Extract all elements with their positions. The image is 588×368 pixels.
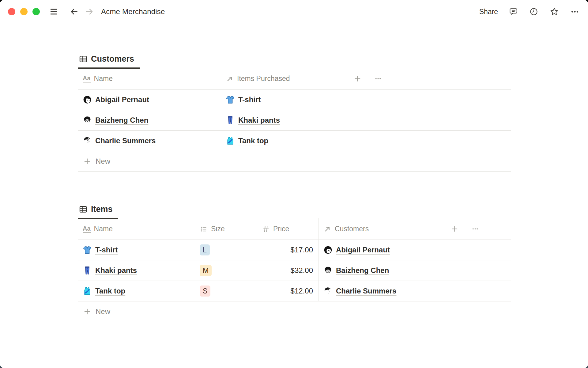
size-badge[interactable]: S [200, 286, 210, 297]
item-page-link[interactable]: T-shirt [238, 95, 261, 104]
customer-relation-cell[interactable]: Abigail Pernaut [318, 240, 442, 260]
column-header-name[interactable]: Aa Name [78, 68, 221, 90]
customer-relation-cell[interactable]: Baizheng Chen [318, 260, 442, 281]
items-purchased-cell[interactable]: Khaki pants [221, 110, 345, 131]
items-view-tabs: Items [78, 202, 511, 218]
size-cell[interactable]: M [195, 260, 257, 281]
column-label: Name [94, 75, 113, 83]
empty-cell [345, 131, 511, 151]
table-row: Baizheng Chen Khaki pants [78, 110, 511, 131]
pants-icon [226, 116, 235, 125]
tshirt-icon [83, 245, 92, 255]
column-label: Size [211, 225, 225, 233]
app-window: Acme Merchandise Share Customers Aa Name [0, 0, 588, 368]
page-title[interactable]: Acme Merchandise [101, 7, 165, 16]
item-page-link[interactable]: T-shirt [95, 246, 118, 254]
plus-icon [83, 157, 92, 166]
abigail-avatar [83, 95, 92, 104]
item-page-link[interactable]: Tank top [238, 136, 268, 145]
item-name-cell[interactable]: Tank top [78, 281, 195, 301]
column-header-size[interactable]: Size [195, 218, 257, 240]
column-header-customers[interactable]: Customers [318, 218, 442, 240]
empty-cell [442, 260, 511, 281]
more-icon[interactable] [570, 7, 579, 16]
table-row: Khaki pants M $32.00 Baizheng Chen [78, 260, 511, 281]
column-header-name[interactable]: Aa Name [78, 218, 195, 240]
add-property-icon[interactable] [450, 225, 459, 233]
price-cell[interactable]: $12.00 [257, 281, 318, 301]
item-name-cell[interactable]: T-shirt [78, 240, 195, 260]
items-purchased-cell[interactable]: Tank top [221, 131, 345, 151]
price-cell[interactable]: $17.00 [257, 240, 318, 260]
table-row: T-shirt L $17.00 Abigail Pernaut [78, 240, 511, 260]
tab-customers[interactable]: Customers [78, 54, 140, 69]
item-page-link[interactable]: Tank top [95, 287, 125, 295]
star-icon[interactable] [549, 7, 559, 17]
size-badge[interactable]: M [200, 265, 212, 276]
table-row: Charlie Summers Tank top [78, 131, 511, 151]
add-property-icon[interactable] [353, 75, 362, 83]
back-icon[interactable] [69, 7, 79, 17]
price-cell[interactable]: $32.00 [257, 260, 318, 281]
item-page-link[interactable]: Khaki pants [95, 266, 137, 275]
abigail-avatar [323, 245, 333, 255]
tshirt-icon [226, 95, 235, 104]
customer-name-cell[interactable]: Baizheng Chen [78, 110, 221, 131]
table-icon [79, 205, 88, 214]
new-row-button[interactable]: New [78, 151, 511, 172]
customer-page-link[interactable]: Charlie Summers [336, 287, 396, 295]
item-page-link[interactable]: Khaki pants [238, 116, 280, 125]
close-window-button[interactable] [8, 8, 15, 15]
history-clock-icon[interactable] [529, 7, 538, 16]
plus-icon [83, 307, 92, 316]
empty-cell [345, 110, 511, 131]
tab-label: Customers [91, 54, 134, 64]
number-icon [262, 225, 270, 233]
share-button[interactable]: Share [479, 8, 498, 16]
items-database: Items Aa Name Size Price Customers [78, 202, 511, 322]
sidebar-menu-icon[interactable] [49, 7, 59, 17]
new-row-label: New [96, 307, 110, 316]
customers-view-tabs: Customers [78, 52, 511, 68]
table-options-icon[interactable] [471, 225, 479, 233]
top-bar-left: Acme Merchandise [8, 0, 165, 23]
column-label: Items Purchased [237, 75, 290, 83]
baizheng-avatar [323, 266, 333, 275]
relation-icon [323, 225, 331, 233]
column-label: Name [94, 225, 113, 233]
size-cell[interactable]: L [195, 240, 257, 260]
new-row-button[interactable]: New [78, 301, 511, 322]
customers-header-row: Aa Name Items Purchased [78, 68, 511, 90]
column-header-items-purchased[interactable]: Items Purchased [221, 68, 345, 90]
items-purchased-cell[interactable]: T-shirt [221, 90, 345, 110]
comment-icon[interactable] [509, 7, 518, 16]
size-badge[interactable]: L [200, 244, 210, 255]
zoom-window-button[interactable] [32, 8, 40, 15]
customer-name-cell[interactable]: Charlie Summers [78, 131, 221, 151]
empty-cell [345, 90, 511, 110]
forward-icon[interactable] [85, 7, 94, 17]
size-cell[interactable]: S [195, 281, 257, 301]
customer-page-link[interactable]: Charlie Summers [95, 136, 156, 145]
item-name-cell[interactable]: Khaki pants [78, 260, 195, 281]
pants-icon [83, 266, 92, 275]
baizheng-avatar [83, 116, 92, 125]
column-header-price[interactable]: Price [257, 218, 318, 240]
customer-name-cell[interactable]: Abigail Pernaut [78, 90, 221, 110]
tanktop-icon [226, 136, 235, 145]
table-options-icon[interactable] [374, 75, 382, 83]
text-property-icon: Aa [83, 225, 91, 233]
customer-page-link[interactable]: Abigail Pernaut [95, 95, 149, 104]
text-property-icon: Aa [83, 75, 91, 82]
customer-page-link[interactable]: Abigail Pernaut [336, 246, 390, 254]
column-label: Customers [335, 225, 369, 233]
tab-label: Items [91, 205, 113, 214]
customer-page-link[interactable]: Baizheng Chen [95, 116, 148, 125]
tab-items[interactable]: Items [78, 205, 118, 219]
minimize-window-button[interactable] [20, 8, 28, 15]
relation-icon [226, 75, 234, 83]
customer-page-link[interactable]: Baizheng Chen [336, 266, 389, 275]
customer-relation-cell[interactable]: Charlie Summers [318, 281, 442, 301]
traffic-lights [8, 8, 40, 15]
tanktop-icon [83, 286, 92, 296]
